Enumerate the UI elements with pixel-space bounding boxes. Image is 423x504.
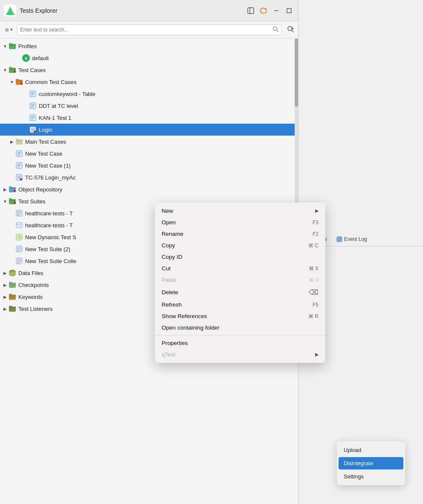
tree-item-profiles[interactable]: ▼ Profiles [0,40,298,52]
maximize-icon[interactable] [284,6,294,15]
sub-menu-disintegrate[interactable]: Disintegrate [339,457,403,469]
tree-item-ddt[interactable]: ▶ DDT at TC level [0,100,298,112]
cut-shortcut: ⌘ X [309,266,319,272]
profiles-label: Profiles [18,43,37,49]
tree-item-default[interactable]: ▶ x default [0,52,298,64]
svg-rect-38 [16,140,23,141]
tree-item-new-test-case[interactable]: ▶ New Test Case [0,148,298,159]
open-folder-label: Open containing folder [162,324,220,331]
title-bar: Tests Explorer [0,0,298,21]
context-menu-delete[interactable]: Delete ⌫ [155,286,325,299]
tree-item-test-cases[interactable]: ▼ Test Cases [0,64,298,76]
minimize-icon[interactable] [272,6,281,15]
sub-menu-settings[interactable]: Settings [337,470,405,483]
tree-item-kan1[interactable]: ▶ KAN-1 Test 1 [0,112,298,124]
rename-shortcut: F2 [313,231,319,237]
context-menu-new[interactable]: New ▶ [155,205,325,217]
tree-item-tc576[interactable]: ▶ TC-576 Login_myAc [0,171,298,183]
svg-rect-81 [337,237,342,242]
delete-shortcut: ⌫ [309,288,319,296]
context-menu-separator [155,335,325,336]
login-label: Login [39,127,52,133]
svg-rect-20 [20,82,23,84]
tree-item-main-test-cases[interactable]: ▶ Main Test Cases [0,136,298,148]
chevron-down-icon: ▼ [2,67,9,73]
svg-rect-9 [287,9,291,13]
keywords-label: Keywords [18,294,43,300]
copy-label: Copy [162,242,175,249]
test-case-icon [29,90,37,98]
profile-icon: x [22,54,30,62]
tab-event-log[interactable]: Event Log [333,235,371,243]
data-files-icon [9,269,16,277]
refresh-shortcut: F5 [313,302,319,308]
svg-rect-17 [9,69,16,70]
paste-label: Paste [162,277,177,283]
default-label: default [32,55,49,61]
kan1-label: KAN-1 Test 1 [39,115,71,121]
checkpoints-icon [9,281,16,289]
svg-line-11 [277,30,278,32]
chevron-down-icon: ▼ [2,198,9,205]
filter-icon: ≡ [5,26,9,33]
copy-shortcut: ⌘ C [308,243,319,249]
sync-icon[interactable] [259,6,268,15]
app-logo [4,5,16,17]
context-menu-cut[interactable]: Cut ⌘ X [155,263,325,274]
test-suites-folder-icon [9,197,16,205]
svg-point-77 [9,270,15,272]
svg-rect-19 [16,81,23,81]
svg-rect-54 [9,200,16,201]
properties-label: Properties [162,340,188,346]
customkeyword-label: customkeyword - Table [39,91,96,97]
healthcare-2-label: healthcare-tests - T [25,222,73,229]
panel-toggle-icon[interactable] [246,6,255,15]
delete-label: Delete [162,289,178,295]
filter-dropdown-icon: ▾ [10,27,13,32]
svg-line-13 [292,30,293,32]
context-menu-copy[interactable]: Copy ⌘ C [155,240,325,251]
show-references-label: Show References [162,313,207,319]
advanced-search-icon[interactable] [286,25,295,35]
search-input[interactable] [20,27,270,33]
sub-menu-upload[interactable]: Upload [337,444,405,456]
tree-item-login[interactable]: ▶ Login [0,124,298,136]
svg-rect-55 [14,202,16,204]
context-menu-copy-id[interactable]: Copy ID [155,251,325,263]
tree-item-new-test-case-1[interactable]: ▶ New Test Case (1) [0,159,298,171]
chevron-right-icon: ▶ [2,281,9,288]
ddt-label: DDT at TC level [39,103,78,109]
folder-icon [9,42,16,50]
data-files-label: Data Files [18,270,43,276]
search-bar: ≡ ▾ [0,21,298,38]
context-menu-rename[interactable]: Rename F2 [155,228,325,240]
test-listeners-icon [9,305,16,313]
context-menu-show-references[interactable]: Show References ⌘ R [155,310,325,322]
object-repo-icon [9,185,16,193]
test-case-icon [29,114,37,122]
context-menu-qtest[interactable]: qTest ▶ [155,349,325,360]
submenu-arrow-icon: ▶ [315,208,319,214]
test-case-icon [29,102,37,110]
chevron-right-icon: ▶ [2,186,9,193]
tree-item-object-repository[interactable]: ▶ Object Repository [0,183,298,195]
context-menu-refresh[interactable]: Refresh F5 [155,299,325,310]
cut-label: Cut [162,265,171,272]
search-input-wrap[interactable] [17,24,282,35]
test-listeners-label: Test Listeners [18,306,52,312]
svg-rect-51 [20,178,22,180]
dynamic-test-icon [15,233,23,241]
context-menu-open-folder[interactable]: Open containing folder [155,322,325,333]
context-menu-properties[interactable]: Properties [155,337,325,349]
search-icon[interactable] [272,26,279,34]
chevron-right-icon: ▶ [2,305,9,312]
svg-rect-18 [14,70,16,72]
show-references-shortcut: ⌘ R [308,313,319,319]
tree-item-customkeyword[interactable]: ▶ customkeyword - Table [0,88,298,100]
filter-button[interactable]: ≡ ▾ [3,25,14,34]
context-menu-open[interactable]: Open F3 [155,217,325,228]
scrollbar-thumb[interactable] [295,38,298,107]
context-menu: New ▶ Open F3 Rename F2 Copy ⌘ C Copy ID… [155,203,325,363]
paste-shortcut: ⌘ V [309,277,319,283]
tree-item-common-test-cases[interactable]: ▼ Common Test Cases [0,76,298,88]
